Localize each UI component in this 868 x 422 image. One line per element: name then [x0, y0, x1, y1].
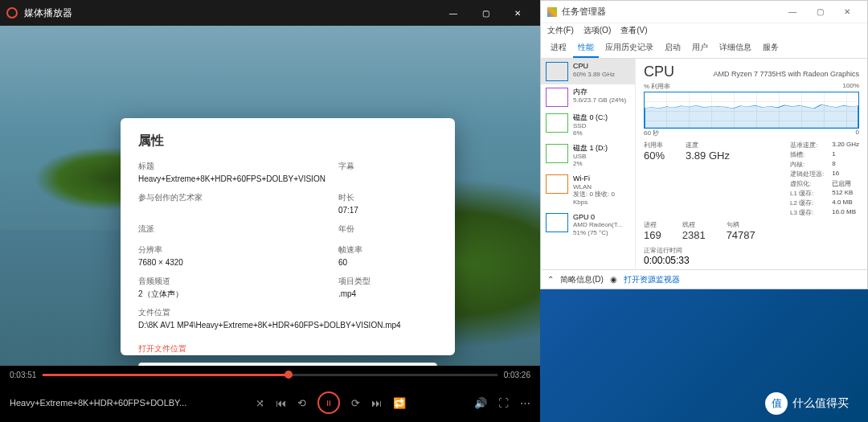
sidebar-item-cpu[interactable]: CPU60% 3.89 GHz	[541, 59, 635, 84]
cpu-model: AMD Ryzen 7 7735HS with Radeon Graphics	[713, 70, 859, 78]
cpu-ymax: 100%	[843, 82, 859, 91]
value-fps: 60	[338, 257, 437, 268]
base-speed: 3.20 GHz	[832, 141, 859, 150]
label-genre: 流派	[138, 223, 326, 235]
menu-options[interactable]: 选项(O)	[583, 25, 611, 38]
proc-value: 169	[644, 229, 661, 241]
label-title: 标题	[138, 161, 326, 172]
tab-services[interactable]: 服务	[758, 39, 784, 58]
cpu-xleft: 60 秒	[644, 129, 659, 137]
progress-row: 0:03:51 0:03:26	[0, 366, 540, 383]
tm-menu-bar: 文件(F) 选项(O) 查看(V)	[541, 23, 867, 39]
rewind-button[interactable]: ⟲	[297, 397, 306, 409]
value-resolution: 7680 × 4320	[138, 257, 326, 268]
close-window-button[interactable]: ✕	[502, 9, 534, 18]
label-resolution: 分辨率	[138, 244, 326, 256]
tab-performance[interactable]: 性能	[573, 39, 599, 58]
time-remaining: 0:03:26	[504, 371, 530, 379]
tab-startup[interactable]: 启动	[660, 39, 686, 58]
chevron-up-icon[interactable]: ⌃	[547, 275, 554, 284]
now-playing-title: Heavy+Extreme+8K+HDR+60FPS+DOLBY...	[10, 398, 186, 408]
value-title: Heavy+Extreme+8K+HDR+60FPS+DOLBY+VISION	[138, 174, 326, 184]
seek-bar[interactable]	[43, 374, 497, 376]
next-button[interactable]: ⏭	[371, 397, 382, 409]
tm-maximize-button[interactable]: ▢	[806, 7, 833, 16]
watermark: 值 什么值得买	[765, 391, 862, 416]
label-subtitle: 字幕	[338, 161, 437, 172]
label-duration: 时长	[338, 192, 437, 203]
fullscreen-button[interactable]: ⛶	[498, 397, 509, 409]
menu-file[interactable]: 文件(F)	[547, 25, 574, 38]
shuffle-button[interactable]: ⤨	[256, 397, 264, 409]
mem-thumb-icon	[546, 88, 568, 107]
thr-value: 2381	[682, 229, 706, 241]
props-close-button[interactable]: 关闭	[138, 363, 437, 366]
repeat-button[interactable]: 🔁	[393, 397, 406, 409]
sidebar-item-mem[interactable]: 内存5.6/23.7 GB (24%)	[541, 84, 635, 110]
volume-button[interactable]: 🔊	[474, 397, 487, 409]
task-manager-window: 任务管理器 — ▢ ✕ 文件(F) 选项(O) 查看(V) 进程 性能 应用历史…	[540, 0, 868, 289]
tab-apphistory[interactable]: 应用历史记录	[600, 39, 658, 58]
speed-label: 速度	[686, 141, 730, 150]
open-file-location-link[interactable]: 打开文件位置	[138, 343, 437, 354]
cpu-panel: CPUAMD Ryzen 7 7735HS with Radeon Graphi…	[636, 59, 867, 269]
util-label: 利用率	[644, 141, 665, 150]
video-area[interactable]: 属性 标题Heavy+Extreme+8K+HDR+60FPS+DOLBY+VI…	[0, 26, 540, 366]
label-year: 年份	[338, 223, 437, 235]
resource-monitor-icon: ◉	[610, 275, 617, 284]
tab-processes[interactable]: 进程	[546, 39, 571, 58]
sidebar-item-net[interactable]: Wi-FiWLAN发送: 0 接收: 0 Kbps	[541, 171, 635, 210]
d0-thumb-icon	[546, 113, 568, 133]
tab-details[interactable]: 详细信息	[714, 39, 756, 58]
hand-value: 74787	[727, 229, 755, 241]
hand-label: 句柄	[727, 220, 755, 229]
tm-close-button[interactable]: ✕	[833, 7, 861, 16]
label-location: 文件位置	[138, 307, 437, 318]
time-elapsed: 0:03:51	[10, 371, 36, 379]
value-location: D:\8K AV1 MP4\Heavy+Extreme+8K+HDR+60FPS…	[138, 320, 437, 330]
uptime-label: 正常运行时间	[644, 247, 682, 254]
mp-app-icon	[6, 7, 18, 18]
proc-label: 进程	[644, 220, 661, 229]
cpu-ylabel: % 利用率	[644, 82, 670, 91]
less-details-button[interactable]: 简略信息(D)	[560, 274, 604, 285]
cpu-thumb-icon	[546, 62, 568, 81]
tm-window-title: 任务管理器	[562, 6, 779, 18]
tm-app-icon	[547, 7, 557, 17]
tm-footer: ⌃ 简略信息(D) ◉ 打开资源监视器	[541, 269, 867, 289]
value-audio: 2（立体声）	[138, 289, 326, 299]
tm-sidebar: CPU60% 3.89 GHz内存5.6/23.7 GB (24%)磁盘 0 (…	[541, 59, 636, 269]
prev-button[interactable]: ⏮	[276, 397, 286, 409]
more-button[interactable]: ⋯	[520, 397, 530, 409]
value-type: .mp4	[338, 289, 437, 299]
cpu-xright: 0	[856, 129, 859, 137]
thr-label: 线程	[682, 220, 706, 229]
sidebar-item-d0[interactable]: 磁盘 0 (C:)SSD6%	[541, 110, 635, 141]
sidebar-item-d1[interactable]: 磁盘 1 (D:)USB2%	[541, 141, 635, 171]
cpu-graph	[644, 92, 859, 129]
tab-users[interactable]: 用户	[687, 39, 713, 58]
label-type: 项目类型	[338, 276, 437, 287]
open-resource-monitor-link[interactable]: 打开资源监视器	[624, 274, 680, 285]
tm-tabs: 进程 性能 应用历史记录 启动 用户 详细信息 服务	[541, 39, 867, 59]
play-pause-button[interactable]: ⏸	[317, 391, 340, 414]
tm-minimize-button[interactable]: —	[779, 7, 806, 16]
properties-dialog: 属性 标题Heavy+Extreme+8K+HDR+60FPS+DOLBY+VI…	[121, 118, 455, 355]
watermark-badge: 值	[765, 392, 788, 415]
d1-thumb-icon	[546, 144, 568, 163]
minimize-button[interactable]: —	[437, 9, 469, 18]
label-audio: 音频频道	[138, 276, 326, 287]
speed-value: 3.89 GHz	[686, 150, 730, 162]
cpu-heading: CPU	[644, 64, 674, 80]
tm-titlebar[interactable]: 任务管理器 — ▢ ✕	[541, 1, 867, 23]
label-fps: 帧速率	[338, 244, 437, 256]
mp-titlebar[interactable]: 媒体播放器 — ▢ ✕	[0, 0, 540, 26]
sidebar-item-gpu[interactable]: GPU 0AMD Radeon(T...51% (75 °C)	[541, 210, 635, 240]
maximize-button[interactable]: ▢	[469, 9, 502, 18]
uptime-value: 0:00:05:33	[644, 255, 690, 266]
value-duration: 07:17	[338, 205, 437, 215]
forward-button[interactable]: ⟳	[351, 397, 360, 409]
menu-view[interactable]: 查看(V)	[620, 25, 647, 38]
control-bar: Heavy+Extreme+8K+HDR+60FPS+DOLBY... ⤨ ⏮ …	[0, 383, 540, 422]
media-player-window: 媒体播放器 — ▢ ✕ 属性 标题Heavy+Extreme+8K+HDR+60…	[0, 0, 540, 422]
